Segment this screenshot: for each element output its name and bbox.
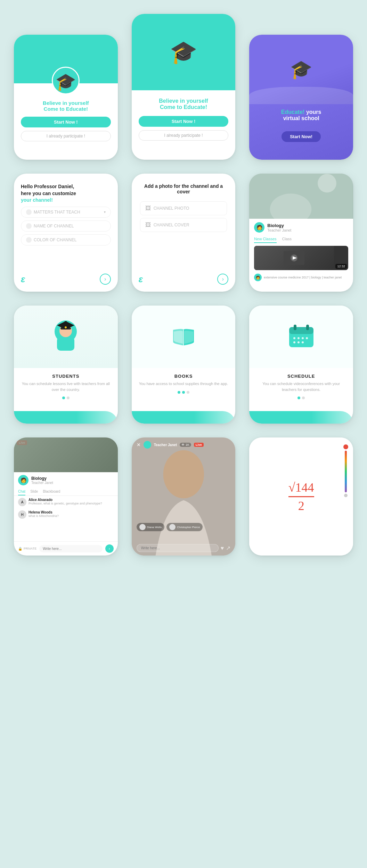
teacher-avatar: 🧑 xyxy=(254,222,264,233)
msg-text-1: Alice Alvarado Professor, what is geneti… xyxy=(28,498,102,505)
tab-class[interactable]: Class xyxy=(282,235,292,243)
start-now-button[interactable]: Start Now ! xyxy=(21,117,111,127)
wave-decoration xyxy=(14,411,118,424)
tab-slide[interactable]: Slide xyxy=(30,488,38,495)
phone-footer: ε › xyxy=(14,274,118,292)
color-bar[interactable] xyxy=(345,451,347,492)
phone-live-portrait: ✕ Teacher Janet 👁 1K Live Diana Wells Ch… xyxy=(132,437,236,556)
close-button[interactable]: ✕ xyxy=(137,442,141,448)
phone-virtual-school: 🎓 Educate! yours virtual school Start No… xyxy=(249,35,353,160)
avatar: 🎓 xyxy=(52,67,80,94)
color-field[interactable]: COLOR OF CHANNEL xyxy=(21,234,111,245)
color-bottom-dot[interactable] xyxy=(344,494,348,497)
dot2 xyxy=(302,397,305,399)
svg-point-22 xyxy=(293,341,295,343)
schedule-body: SCHEDULE You can schedule videoconferenc… xyxy=(249,368,353,408)
heart-icon[interactable]: ♥ xyxy=(221,545,224,551)
video-bg xyxy=(254,246,334,270)
svg-point-26 xyxy=(163,450,204,499)
start-now-button-large[interactable]: Start Now ! xyxy=(139,116,229,127)
educate-logo: ε xyxy=(21,274,25,285)
name-field[interactable]: NAME OF CHANNEL xyxy=(21,220,111,232)
live-chat-input[interactable] xyxy=(137,544,219,552)
add-photo-footer: ε › xyxy=(132,270,236,292)
phone-headline-large: Believe in yourself Come to Educate! xyxy=(139,98,229,110)
viewer-count: 👁 1K xyxy=(180,443,191,447)
participate-button[interactable]: I already participate ! xyxy=(21,131,111,141)
teacher-image: ✏ TUTORIAL xyxy=(249,174,353,219)
draw-area: √144 2 xyxy=(249,437,353,556)
svg-point-2 xyxy=(318,174,336,193)
customize-body: Hello Professor Daniel, here you can cus… xyxy=(14,174,118,274)
phone-live-chat: Live 🧑 Biology Teacher Janet Chat Slide … xyxy=(14,437,118,556)
send-button[interactable]: › xyxy=(105,544,114,553)
book-section xyxy=(132,306,236,368)
mortarboard-icon: 🎓 xyxy=(170,39,197,65)
math-formula: √144 xyxy=(288,480,314,497)
live-portrait-bg: ✕ Teacher Janet 👁 1K Live Diana Wells Ch… xyxy=(132,437,236,556)
viewer-avatar-1 xyxy=(139,524,146,530)
add-photo-body: Add a photo for the channel and a cover … xyxy=(132,174,236,270)
svg-point-21 xyxy=(306,337,308,339)
svg-rect-8 xyxy=(57,337,74,351)
pagination-dots xyxy=(21,397,111,399)
phone-biology-teacher: ✏ TUTORIAL 🧑 Biology Teacher Janet New C… xyxy=(249,174,353,292)
avatar-icon: 🎓 xyxy=(55,74,76,90)
color-picker xyxy=(343,444,348,497)
biology-avatar: 🧑 xyxy=(18,475,28,485)
channel-photo-row[interactable]: 🖼 CHANNEL PHOTO xyxy=(140,201,227,215)
cap-icon: 🎓 xyxy=(290,59,312,80)
start-now-purple-button[interactable]: Start Now! xyxy=(282,131,321,142)
teacher-placeholder: ✏ TUTORIAL xyxy=(249,174,353,219)
svg-point-13 xyxy=(65,326,67,328)
video-caption: 🧑 extensive course medicine 2017 | biolo… xyxy=(249,272,353,283)
dot2 xyxy=(182,391,185,394)
wave-decoration xyxy=(249,411,353,424)
students-title: STUDENTS xyxy=(21,374,111,379)
participate-button-large[interactable]: I already participate ! xyxy=(139,130,229,141)
next-button[interactable]: › xyxy=(217,274,228,285)
books-body: BOOKS You have access to school supplies… xyxy=(132,368,236,408)
math-divisor: 2 xyxy=(288,499,314,513)
books-title: BOOKS xyxy=(139,374,229,379)
tab-chat[interactable]: Chat xyxy=(18,488,25,495)
lock-icon: 🔒 xyxy=(18,547,22,551)
tab-blackboard[interactable]: Blackboard xyxy=(43,488,60,495)
live-badge: Live xyxy=(194,443,204,447)
chat-tabs: Chat Slide Blackboard xyxy=(14,488,118,496)
chat-input[interactable] xyxy=(39,545,102,552)
share-icon[interactable]: ↗ xyxy=(226,545,230,551)
svg-point-24 xyxy=(302,341,304,343)
biology-profile-row: 🧑 Biology Teacher Janet xyxy=(14,472,118,488)
books-desc: You have access to school supplies throu… xyxy=(139,381,229,387)
math-display: √144 2 xyxy=(288,480,314,513)
dot-inactive xyxy=(67,397,70,399)
svg-point-19 xyxy=(297,337,300,339)
class-tabs: New Classes Class xyxy=(249,234,353,244)
phone-body-purple: Educate! yours virtual school Start Now! xyxy=(249,104,353,160)
dot1 xyxy=(297,397,300,399)
teacher-avatar-live xyxy=(144,441,151,449)
video-thumbnail[interactable]: 12:32 xyxy=(254,246,348,270)
channel-cover-row[interactable]: 🖼 CHANNEL COVER xyxy=(140,218,227,232)
brand-headline: Educate! yours virtual school xyxy=(256,109,346,122)
next-button[interactable]: › xyxy=(100,274,111,285)
color-red[interactable] xyxy=(343,444,348,449)
viewer-avatar-2 xyxy=(169,524,176,530)
msg-avatar-2: H xyxy=(18,510,26,519)
live-input-bar: ♥ ↗ xyxy=(137,544,231,552)
phone-add-photo: Add a photo for the channel and a cover … xyxy=(132,174,236,292)
hero-purple: 🎓 xyxy=(249,35,353,104)
video-duration: 12:32 xyxy=(335,264,347,269)
avatar-section xyxy=(14,306,118,368)
viewer-1: Diana Wells xyxy=(137,523,165,531)
phone-believe-large: 🎓 Believe in yourself Come to Educate! S… xyxy=(132,14,236,160)
phone-books: BOOKS You have access to school supplies… xyxy=(132,306,236,424)
svg-point-20 xyxy=(302,337,304,339)
schedule-desc: You can schedule videoconferences with y… xyxy=(256,381,346,392)
viewers-row: Diana Wells Christopher Pierce xyxy=(137,523,231,531)
matters-field[interactable]: MATTERS THAT TEACH ▾ xyxy=(21,207,111,218)
dot-active xyxy=(62,397,65,399)
phone-students: STUDENTS You can schedule lessons live w… xyxy=(14,306,118,424)
tab-new-classes[interactable]: New Classes xyxy=(254,235,276,243)
